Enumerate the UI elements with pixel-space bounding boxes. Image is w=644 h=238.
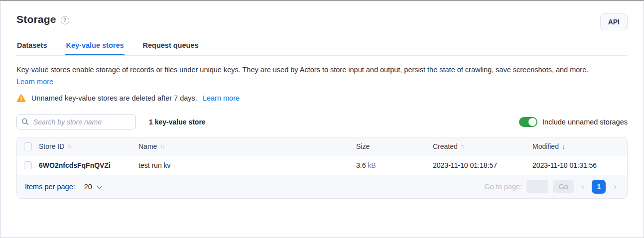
column-header-size: Size (356, 142, 433, 150)
warning-text: Unnamed key-value stores are deleted aft… (31, 94, 197, 102)
toggle-switch[interactable] (519, 117, 537, 127)
pagination-controls: Go to page: Go ‹ 1 › (484, 180, 619, 194)
description-learn-more-link[interactable]: Learn more (16, 76, 53, 87)
sort-both-icon[interactable]: ↑↓ (160, 143, 164, 149)
select-all-checkbox[interactable] (24, 142, 32, 150)
store-count: 1 key-value store (149, 118, 206, 126)
items-per-page-select[interactable]: 20 (84, 183, 101, 191)
tab-request-queues[interactable]: Request queues (142, 41, 199, 55)
description-text: Key-value stores enable storage of recor… (16, 66, 588, 74)
page-title: Storage (16, 13, 56, 25)
table-footer: Items per page: 20 Go to page: Go ‹ 1 › (17, 175, 627, 198)
page-1-button[interactable]: 1 (592, 180, 606, 194)
chevron-down-icon (97, 183, 102, 189)
cell-size: 3.6 kB (356, 161, 433, 169)
app-window: Storage ? API Datasets Key-value stores … (0, 0, 644, 238)
row-checkbox[interactable] (24, 161, 32, 169)
warning-triangle-icon (16, 94, 26, 103)
go-to-page-input[interactable] (526, 180, 548, 193)
sort-desc-icon[interactable]: ↓ (562, 143, 565, 150)
cell-name[interactable]: test run kv (138, 161, 356, 169)
storage-tabs: Datasets Key-value stores Request queues (16, 41, 628, 56)
search-icon (21, 118, 29, 125)
table-row[interactable]: 6WO2nfcdsFqFnQVZi test run kv 3.6 kB 202… (17, 156, 627, 175)
go-to-page-label: Go to page: (484, 183, 522, 191)
help-icon[interactable]: ? (61, 16, 69, 24)
tab-datasets[interactable]: Datasets (16, 41, 47, 55)
sort-both-icon[interactable]: ↑↓ (461, 143, 465, 149)
search-input[interactable] (32, 118, 131, 126)
toggle-knob (528, 118, 536, 126)
items-per-page-label: Items per page: (25, 183, 75, 191)
cell-store-id[interactable]: 6WO2nfcdsFqFnQVZi (39, 161, 138, 169)
table-header-row: Store ID ↑↓ Name ↑↓ Size Created ↑↓ Modi… (17, 137, 627, 156)
cell-modified: 2023-11-10 01:31:56 (532, 161, 627, 169)
api-button[interactable]: API (600, 13, 628, 30)
key-value-stores-table: Store ID ↑↓ Name ↑↓ Size Created ↑↓ Modi… (16, 137, 628, 199)
column-header-created[interactable]: Created ↑↓ (433, 142, 532, 150)
column-header-store-id[interactable]: Store ID ↑↓ (39, 142, 138, 150)
chevron-right-icon[interactable]: › (611, 182, 619, 192)
sort-both-icon[interactable]: ↑↓ (67, 143, 71, 149)
page-header: Storage ? API (16, 13, 628, 30)
storage-page: Storage ? API Datasets Key-value stores … (0, 0, 644, 199)
include-unnamed-toggle-wrap[interactable]: Include unnamed storages (519, 117, 628, 127)
tab-key-value-stores[interactable]: Key-value stores (65, 41, 124, 55)
search-box[interactable] (16, 115, 136, 129)
column-header-name[interactable]: Name ↑↓ (138, 142, 356, 150)
list-toolbar: 1 key-value store Include unnamed storag… (16, 115, 628, 129)
chevron-left-icon[interactable]: ‹ (579, 182, 587, 192)
toggle-label: Include unnamed storages (542, 118, 628, 126)
section-description: Key-value stores enable storage of recor… (16, 64, 628, 88)
warning-learn-more-link[interactable]: Learn more (203, 94, 240, 102)
warning-banner: Unnamed key-value stores are deleted aft… (16, 94, 628, 103)
go-button[interactable]: Go (553, 180, 574, 193)
column-header-modified[interactable]: Modified ↓ (532, 142, 627, 150)
cell-created: 2023-11-10 01:18:57 (433, 161, 532, 169)
